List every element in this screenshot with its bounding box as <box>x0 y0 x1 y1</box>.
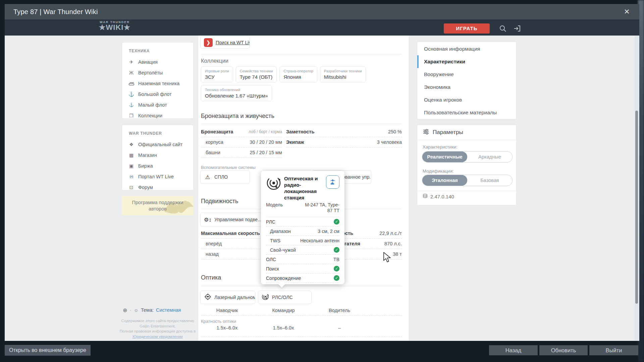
row-value: 30 / 20 / 20 мм <box>250 139 282 145</box>
tag-developer[interactable]: Разработчики техники Mitsubishi <box>320 66 366 82</box>
creator-support-banner[interactable]: Программа поддержки авторов <box>122 196 194 216</box>
sidebar-war-thunder: WAR THUNDER ❖ Официальный сайт ▦ Магазин… <box>122 125 194 190</box>
toggle-option-reference[interactable]: Эталонная <box>422 175 467 186</box>
sliders-icon <box>423 128 429 137</box>
scrollbar-thumb[interactable] <box>635 111 638 304</box>
laser-rangefinder-chip[interactable]: Лазерный дальном... <box>200 291 255 304</box>
table-row: корпуса 30 / 20 / 20 мм <box>201 137 282 147</box>
broadcast-icon: ((•)) <box>128 175 135 178</box>
legal-line: Полная правовая информация доступна в <box>118 329 197 334</box>
nav-item-armament[interactable]: Вооружение <box>417 68 516 81</box>
tag-family[interactable]: Семейства техники Type 74 (ОБТ) <box>236 66 277 82</box>
sidebar-item-official-site[interactable]: ❖ Официальный сайт <box>122 139 193 150</box>
check-icon <box>334 247 339 253</box>
popup-row: TWS Несколько антенн <box>266 236 339 245</box>
site-header: WAR THUNDER ★WIKI★ ИГРАТЬ <box>5 19 639 36</box>
sidebar-item-coastal-fleet[interactable]: ⚓ Малый флот <box>122 100 193 110</box>
exit-button[interactable]: Выйти <box>589 345 638 355</box>
refresh-button[interactable]: Обновить <box>539 345 588 355</box>
play-button[interactable]: ИГРАТЬ <box>444 23 490 34</box>
row-label: РЛС <box>266 219 275 225</box>
column-header: Командир <box>272 305 294 315</box>
nav-item-economy[interactable]: Экономика <box>417 81 516 94</box>
anchor-icon: ⚓ <box>128 92 135 97</box>
sidebar-item-bluewater-fleet[interactable]: ⚓ Большой флот <box>122 89 193 100</box>
tag-value: Mitsubishi <box>324 74 362 80</box>
search-icon[interactable] <box>499 24 507 33</box>
parameters-title: Параметры <box>433 129 463 136</box>
toggle-option-stock[interactable]: Базовая <box>467 175 512 186</box>
wt-live-search-button[interactable]: ❯ Поиск на WT Live <box>200 36 250 49</box>
login-icon[interactable] <box>513 24 521 33</box>
tag-label: Семейства техники <box>240 69 273 73</box>
suspension-icon: ⚙↕ <box>204 217 211 223</box>
sidebar-item-wt-live[interactable]: ((•)) Портал WT Live <box>122 171 193 182</box>
divider <box>201 286 402 286</box>
optics-zoom-label: Кратность оптики <box>201 319 236 324</box>
rls-ols-chip[interactable]: РЛС/ОЛС <box>258 291 312 304</box>
theme-value-link[interactable]: Системная <box>156 307 181 313</box>
wt-live-icon: ❯ <box>204 38 213 47</box>
row-value: 38 т <box>393 251 402 257</box>
theme-icon[interactable]: ☼ <box>133 307 139 313</box>
app-window: Type 87 | War Thunder Wiki ✕ WAR THUNDER… <box>0 0 644 362</box>
zoom-value: – <box>338 325 341 330</box>
zoom-value: 1.5x–6.0x <box>217 325 238 330</box>
nav-item-main-info[interactable]: Основная информация <box>417 43 516 55</box>
row-label: Свой-чужой <box>266 247 296 253</box>
row-label: Модель <box>266 202 283 207</box>
banner-label: Программа поддержки авторов <box>131 199 184 212</box>
armor-section-title: Бронезащита и живучесть <box>201 113 274 120</box>
suspension-chip[interactable]: ⚙↕ Управляемая подве... <box>200 213 267 227</box>
check-icon <box>334 275 339 281</box>
tag-label: Страна-оператор <box>283 69 313 73</box>
sidebar-item-forum[interactable]: ⊡ Форум <box>122 182 193 193</box>
popup-header: Оптическая и радио-локационная станция <box>266 175 339 201</box>
sidebar-item-label: Магазин <box>138 153 157 158</box>
tag-game-role[interactable]: Игровые роли ЗСУ <box>201 66 233 82</box>
table-row: Бронезащита лоб / борт / корма <box>201 127 282 137</box>
tag-value: Япония <box>283 74 313 80</box>
modification-toggle: Эталонная Базовая <box>422 175 513 186</box>
row-label: ОЛС <box>266 257 276 262</box>
nav-item-characteristics[interactable]: Характеристики <box>417 55 516 68</box>
chip-label: РЛС/ОЛС <box>272 295 293 300</box>
row-label: назад <box>201 251 219 257</box>
sidebar-item-label: Биржа <box>138 163 153 169</box>
divider <box>201 124 402 124</box>
nav-item-user-content[interactable]: Пользовательские материалы <box>417 106 516 119</box>
row-label: Экипаж <box>286 139 304 145</box>
sidebar-item-label: Коллекции <box>138 113 162 118</box>
tag-label: Техника обновлений <box>205 88 268 92</box>
sidebar-item-label: Авиация <box>138 59 158 65</box>
row-value: 3 человека <box>377 139 402 145</box>
tag-country[interactable]: Страна-оператор Япония <box>279 66 317 82</box>
sidebar-item-collections[interactable]: ❐ Коллекции <box>122 110 193 121</box>
tag-update[interactable]: Техника обновлений Обновление 1.67 «Штур… <box>201 85 272 101</box>
popup-row: Свой-чужой <box>266 245 339 255</box>
splo-chip[interactable]: ⚠ СПЛО <box>200 170 250 184</box>
sidebar-item-ground[interactable]: Наземная техника <box>122 78 193 89</box>
row-label: Сопровождение <box>266 276 301 281</box>
sidebar-item-aviation[interactable]: ✈ Авиация <box>122 57 193 67</box>
divider <box>201 315 402 316</box>
wt-live-label: Поиск на WT Live <box>216 40 250 45</box>
open-external-browser-button[interactable]: Открыть во внешнем браузере <box>5 345 91 356</box>
close-icon[interactable]: ✕ <box>622 4 632 19</box>
toggle-option-realistic[interactable]: Реалистичные <box>422 152 467 162</box>
wiki-logo[interactable]: WAR THUNDER ★WIKI★ <box>93 20 137 32</box>
compare-button[interactable] <box>326 175 339 189</box>
legal-notice-link[interactable]: Юридическом уведомлении <box>118 334 197 340</box>
sidebar-item-helicopters[interactable]: Ж Вертолёты <box>122 67 193 78</box>
globe-icon[interactable]: ⊕ <box>123 307 127 313</box>
gaijin-icon: ❖ <box>128 142 135 147</box>
legal-line: Gaijin Entertainment. <box>118 324 197 329</box>
sidebar-item-store[interactable]: ▦ Магазин <box>122 150 193 161</box>
sidebar-section-title: ТЕХНИКА <box>122 46 193 57</box>
sidebar-item-market[interactable]: ▣ Биржа <box>122 161 193 171</box>
row-value: 3 см, 2 см <box>318 229 339 234</box>
toggle-option-arcade[interactable]: Аркадные <box>467 152 512 162</box>
back-button[interactable]: Назад <box>489 345 538 355</box>
popup-row: ОЛС ТВ <box>266 255 339 264</box>
nav-item-player-rating[interactable]: Оценка игроков <box>417 94 516 106</box>
